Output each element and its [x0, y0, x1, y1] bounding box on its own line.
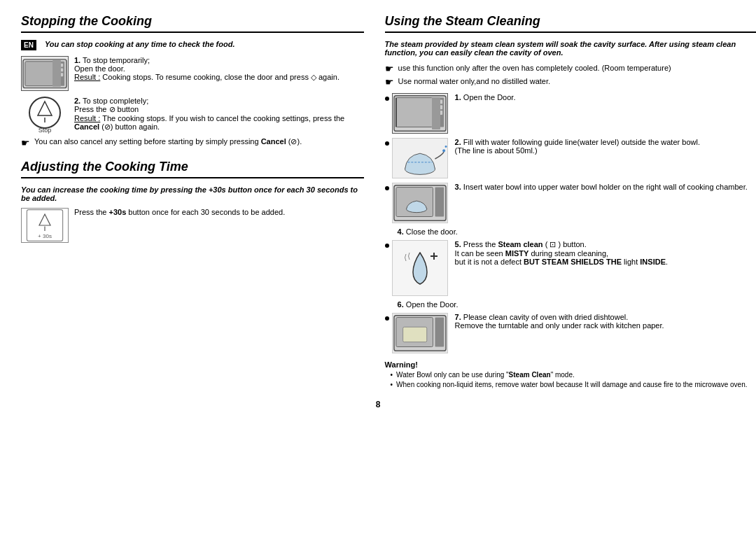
warning-bullet-marker-1: •	[391, 371, 393, 379]
steam-step-5-text: Press the Steam clean ( ⊡ ) button.	[463, 240, 587, 248]
svg-rect-16	[435, 98, 444, 127]
steam-step-3: 3. Insert water bowl into upper water bo…	[385, 183, 756, 223]
svg-rect-2	[57, 62, 64, 86]
adjusting-step-text: Press the +30s button once for each 30 s…	[74, 208, 285, 216]
steam-step-2-number: 2.	[455, 138, 461, 146]
steam-step-4: 4. Close the door.	[385, 227, 756, 236]
stop-icon: Stop	[21, 97, 69, 132]
steam-step-1-content: 1. Open the Door.	[451, 93, 756, 101]
warning-bullet-1: • Water Bowl only can be use during "Ste…	[391, 371, 756, 379]
page-layout: Stopping the Cooking EN You can stop coo…	[21, 14, 735, 388]
step-1-microwave-image	[21, 56, 69, 91]
steam-step-5-image: Steam Clean	[392, 240, 448, 296]
steam-step-3-number: 3.	[455, 183, 461, 191]
warning-bullet-2: • When cooking non-liquid items, remove …	[391, 381, 756, 388]
steam-title: Using the Steam Cleaning	[385, 14, 756, 33]
step-dot-3	[385, 186, 389, 190]
bullet-icon-2: ☛	[385, 76, 394, 87]
steam-step-7-content: 7. Please clean cavity of oven with drie…	[451, 313, 756, 330]
bullet-icon-1: ☛	[385, 63, 394, 74]
steam-step-1-number: 1.	[455, 93, 461, 101]
steam-bullet-text-1: use this function only after the oven ha…	[398, 64, 671, 72]
left-column: Stopping the Cooking EN You can stop coo…	[21, 14, 364, 388]
steam-cleaning-section: Using the Steam Cleaning The steam provi…	[385, 14, 756, 388]
step-1-text2: Open the door.	[74, 64, 364, 73]
page-number: 8	[21, 400, 735, 409]
svg-text:+ 30s: + 30s	[38, 233, 52, 239]
svg-rect-1	[25, 62, 55, 86]
steam-step-6-text: Open the Door.	[406, 300, 458, 309]
warning-bullet-text-1: Water Bowl only can be use during "Steam…	[396, 371, 575, 379]
steam-step-3-text: Insert water bowl into upper water bowl …	[463, 183, 748, 191]
adjusting-intro: You can increase the cooking time by pre…	[21, 185, 364, 202]
svg-rect-18	[436, 105, 442, 109]
svg-rect-15	[396, 98, 433, 127]
steam-step-5-text2: It can be seen MISTY during steam cleani…	[455, 249, 756, 258]
steam-step-7-img-container	[392, 313, 448, 353]
right-column: Using the Steam Cleaning The steam provi…	[385, 14, 756, 388]
svg-rect-19	[436, 111, 442, 115]
svg-marker-11	[39, 214, 50, 225]
steam-step-6: 6. Open the Door.	[385, 300, 756, 309]
steam-step-5-img-container: Steam Clean	[392, 240, 448, 296]
svg-text:Stop: Stop	[38, 127, 52, 134]
plus30-icon: + 30s	[21, 208, 69, 243]
steam-bullet-2: ☛ Use normal water only,and no distilled…	[385, 77, 756, 87]
steam-step-5-number: 5.	[455, 240, 461, 248]
step-2-text2: Press the ⊘ button	[74, 105, 364, 114]
svg-rect-28	[435, 188, 444, 217]
svg-rect-4	[58, 68, 63, 71]
steam-bullet-text-2: Use normal water only,and no distilled w…	[398, 77, 550, 85]
steam-step-1: 1. Open the Door.	[385, 93, 756, 134]
steam-step-5: Steam Clean 5. Press the Steam clean ( ⊡…	[385, 240, 756, 296]
steam-step-1-text: Open the Door.	[463, 93, 516, 101]
stopping-title: Stopping the Cooking	[21, 14, 364, 33]
steam-step-7: 7. Please clean cavity of oven with drie…	[385, 313, 756, 353]
steam-step-5-content: 5. Press the Steam clean ( ⊡ ) button. I…	[451, 240, 756, 266]
step-2-image-container: Stop	[21, 97, 69, 132]
adjusting-title: Adjusting the Cooking Time	[21, 160, 364, 178]
adjusting-step-row: + 30s Press the +30s button once for eac…	[21, 208, 364, 243]
stopping-cooking-section: Stopping the Cooking EN You can stop coo…	[21, 14, 364, 148]
steam-bullet-1: ☛ use this function only after the oven …	[385, 64, 756, 74]
step-2-number: 2.	[74, 97, 80, 105]
steam-step-4-number: 4.	[398, 227, 404, 236]
en-badge: EN	[21, 40, 36, 50]
warning-title: Warning!	[385, 360, 756, 369]
step-2-result-label: Result :	[74, 114, 100, 122]
note-icon: ☛	[21, 137, 30, 148]
warning-box: Warning! • Water Bowl only can be use du…	[385, 360, 756, 388]
svg-rect-3	[58, 63, 63, 66]
plus30-image-container: + 30s	[21, 208, 69, 243]
svg-point-23	[442, 149, 445, 152]
step-1-image-container	[21, 56, 69, 91]
svg-rect-35	[402, 327, 426, 342]
steam-step-1-image	[392, 93, 448, 134]
step-1-number: 1.	[74, 56, 80, 64]
svg-rect-5	[58, 73, 63, 76]
step-dot-7	[385, 316, 389, 321]
note-text: You can also cancel any setting before s…	[34, 137, 302, 146]
steam-step-2: 2. Fill with water following guide line(…	[385, 138, 756, 178]
steam-step-1-img-container	[392, 93, 448, 134]
steam-step-5-text3: but it is not a defect BUT STEAM SHIELDS…	[455, 258, 756, 266]
step-1-result-text: Cooking stops. To resume cooking, close …	[102, 73, 340, 81]
step-dot-5	[385, 244, 389, 248]
steam-step-2-image	[392, 138, 448, 178]
svg-marker-7	[38, 101, 52, 115]
steam-step-3-content: 3. Insert water bowl into upper water bo…	[451, 183, 756, 191]
steam-intro: The steam provided by steam clean system…	[385, 40, 756, 57]
steam-step-7-text2: Remove the turntable and only under rack…	[455, 321, 756, 330]
step-1-result-label: Result :	[74, 73, 100, 81]
step-dot-2	[385, 141, 389, 146]
step-2-text: To stop completely;	[83, 97, 148, 105]
step-1-content: 1. To stop temporarily; Open the door. R…	[74, 56, 364, 82]
step-2-row: Stop 2. To stop completely; Press the ⊘ …	[21, 97, 364, 132]
stopping-note: ☛ You can also cancel any setting before…	[21, 137, 364, 148]
step-2-result-text: The cooking stops. If you wish to cancel…	[74, 114, 344, 131]
steam-step-2-text2: (The line is about 50ml.)	[455, 146, 756, 155]
steam-step-6-number: 6.	[398, 300, 404, 309]
step-dot-1	[385, 97, 389, 101]
svg-rect-34	[435, 318, 444, 347]
step-1-row: 1. To stop temporarily; Open the door. R…	[21, 56, 364, 91]
